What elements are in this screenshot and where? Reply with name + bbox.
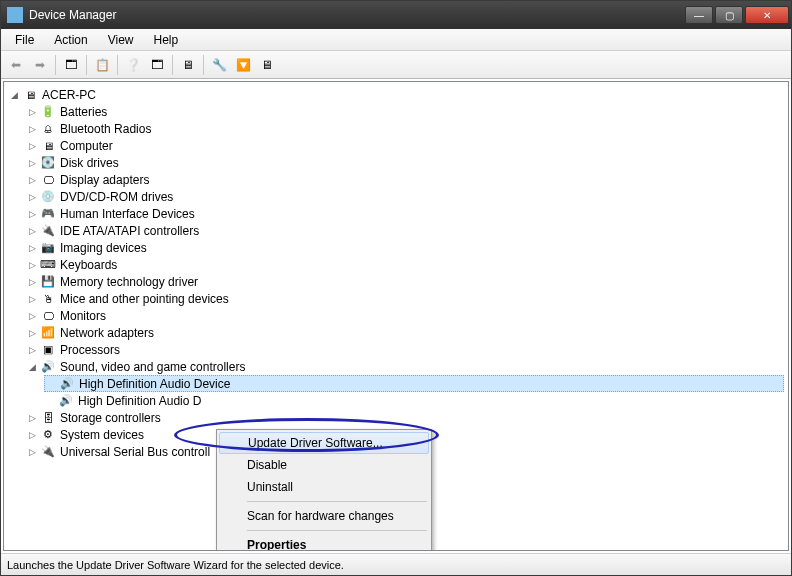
collapse-icon[interactable]: ◢ bbox=[26, 362, 38, 372]
device-icon: 🗄 bbox=[40, 410, 56, 426]
expand-icon[interactable]: ▷ bbox=[26, 243, 38, 253]
forward-button: ➡ bbox=[29, 54, 51, 76]
sound-icon: 🔊 bbox=[40, 359, 56, 375]
tree-item-label: Computer bbox=[60, 139, 113, 153]
device-icon: 🖵 bbox=[40, 172, 56, 188]
expand-icon[interactable]: ▷ bbox=[26, 311, 38, 321]
tree-category[interactable]: ▷ 🖥 Computer bbox=[26, 137, 784, 154]
ctx-scan-hardware[interactable]: Scan for hardware changes bbox=[219, 505, 429, 527]
tree-category[interactable]: ▷ 📶 Network adapters bbox=[26, 324, 784, 341]
properties-button[interactable]: 📋 bbox=[91, 54, 113, 76]
device-icon: 🔌 bbox=[40, 223, 56, 239]
device-icon: 💿 bbox=[40, 189, 56, 205]
expand-icon[interactable]: ▷ bbox=[26, 141, 38, 151]
menu-help[interactable]: Help bbox=[146, 31, 187, 49]
ctx-disable[interactable]: Disable bbox=[219, 454, 429, 476]
expand-icon[interactable]: ▷ bbox=[26, 413, 38, 423]
help-button[interactable]: ❔ bbox=[122, 54, 144, 76]
expand-icon[interactable]: ▷ bbox=[26, 192, 38, 202]
tree-root-label: ACER-PC bbox=[42, 88, 96, 102]
expand-icon[interactable]: ▷ bbox=[26, 124, 38, 134]
update-driver-button[interactable]: 🔧 bbox=[208, 54, 230, 76]
expand-icon[interactable]: ▷ bbox=[26, 158, 38, 168]
speaker-icon: 🔊 bbox=[59, 376, 75, 392]
device-icon: 🎮 bbox=[40, 206, 56, 222]
menu-action[interactable]: Action bbox=[46, 31, 95, 49]
ctx-properties[interactable]: Properties bbox=[219, 534, 429, 551]
expand-icon[interactable]: ▷ bbox=[26, 260, 38, 270]
device-icon: 🕭 bbox=[40, 121, 56, 137]
tree-device[interactable]: ▷ 🔊 High Definition Audio D bbox=[44, 392, 784, 409]
tree-item-label: Display adapters bbox=[60, 173, 149, 187]
tree-item-label: High Definition Audio Device bbox=[79, 377, 230, 391]
tree-item-label: Human Interface Devices bbox=[60, 207, 195, 221]
titlebar[interactable]: Device Manager — ▢ ✕ bbox=[1, 1, 791, 29]
device-icon: 🔋 bbox=[40, 104, 56, 120]
device-icon: 🖱 bbox=[40, 291, 56, 307]
minimize-button[interactable]: — bbox=[685, 6, 713, 24]
tree-category[interactable]: ▷ 🎮 Human Interface Devices bbox=[26, 205, 784, 222]
menu-view[interactable]: View bbox=[100, 31, 142, 49]
tree-device-selected[interactable]: ▷ 🔊 High Definition Audio Device bbox=[44, 375, 784, 392]
computer-icon: 🖥 bbox=[22, 87, 38, 103]
collapse-icon[interactable]: ◢ bbox=[8, 90, 20, 100]
tree-category[interactable]: ▷ 🔋 Batteries bbox=[26, 103, 784, 120]
app-icon bbox=[7, 7, 23, 23]
expand-icon[interactable]: ▷ bbox=[26, 328, 38, 338]
tree-item-label: System devices bbox=[60, 428, 144, 442]
disable-button[interactable]: 🔽 bbox=[232, 54, 254, 76]
device-icon: 📷 bbox=[40, 240, 56, 256]
maximize-button[interactable]: ▢ bbox=[715, 6, 743, 24]
tree-root[interactable]: ◢ 🖥 ACER-PC bbox=[8, 86, 784, 103]
close-button[interactable]: ✕ bbox=[745, 6, 789, 24]
tree-category[interactable]: ▷ 🖵 Monitors bbox=[26, 307, 784, 324]
status-bar: Launches the Update Driver Software Wiza… bbox=[1, 553, 791, 575]
tree-category[interactable]: ▷ 💽 Disk drives bbox=[26, 154, 784, 171]
expand-icon[interactable]: ▷ bbox=[26, 277, 38, 287]
expand-icon[interactable]: ▷ bbox=[26, 345, 38, 355]
device-icon: ⌨ bbox=[40, 257, 56, 273]
tree-panel[interactable]: ◢ 🖥 ACER-PC ▷ 🔋 Batteries ▷ 🕭 Bluetooth … bbox=[3, 81, 789, 551]
window-title: Device Manager bbox=[29, 8, 685, 22]
expand-icon[interactable]: ▷ bbox=[26, 294, 38, 304]
tree-item-label: Universal Serial Bus controll bbox=[60, 445, 210, 459]
tree-category[interactable]: ▷ 🖵 Display adapters bbox=[26, 171, 784, 188]
tree-item-label: IDE ATA/ATAPI controllers bbox=[60, 224, 199, 238]
scan-hardware-button[interactable]: 🖥 bbox=[177, 54, 199, 76]
tree-item-label: Network adapters bbox=[60, 326, 154, 340]
tree-category[interactable]: ▷ 🕭 Bluetooth Radios bbox=[26, 120, 784, 137]
tree-category[interactable]: ▷ 📷 Imaging devices bbox=[26, 239, 784, 256]
tree-category[interactable]: ▷ ⌨ Keyboards bbox=[26, 256, 784, 273]
expand-icon[interactable]: ▷ bbox=[26, 175, 38, 185]
expand-icon[interactable]: ▷ bbox=[26, 226, 38, 236]
device-icon: 💽 bbox=[40, 155, 56, 171]
tree-item-label: Storage controllers bbox=[60, 411, 161, 425]
menu-file[interactable]: File bbox=[7, 31, 42, 49]
speaker-icon: 🔊 bbox=[58, 393, 74, 409]
tree-category[interactable]: ▷ ▣ Processors bbox=[26, 341, 784, 358]
device-icon: ▣ bbox=[40, 342, 56, 358]
tree-item-label: Memory technology driver bbox=[60, 275, 198, 289]
device-icon: 🖥 bbox=[40, 138, 56, 154]
expand-icon[interactable]: ▷ bbox=[26, 209, 38, 219]
tree-category[interactable]: ▷ 🖱 Mice and other pointing devices bbox=[26, 290, 784, 307]
device-manager-window: Device Manager — ▢ ✕ File Action View He… bbox=[0, 0, 792, 576]
ctx-update-driver[interactable]: Update Driver Software... bbox=[219, 432, 429, 454]
tree-category[interactable]: ▷ 🗄 Storage controllers bbox=[26, 409, 784, 426]
tree-item-label: Imaging devices bbox=[60, 241, 147, 255]
expand-icon[interactable]: ▷ bbox=[26, 430, 38, 440]
show-hidden-button[interactable]: 🗔 bbox=[60, 54, 82, 76]
tree-category-sound[interactable]: ◢ 🔊 Sound, video and game controllers bbox=[26, 358, 784, 375]
toolbar: ⬅ ➡ 🗔 📋 ❔ 🗔 🖥 🔧 🔽 🖥 bbox=[1, 51, 791, 79]
menubar: File Action View Help bbox=[1, 29, 791, 51]
ctx-uninstall[interactable]: Uninstall bbox=[219, 476, 429, 498]
ctx-separator bbox=[247, 530, 427, 531]
expand-icon[interactable]: ▷ bbox=[26, 447, 38, 457]
tree-category[interactable]: ▷ 🔌 IDE ATA/ATAPI controllers bbox=[26, 222, 784, 239]
action-button[interactable]: 🗔 bbox=[146, 54, 168, 76]
tree-category[interactable]: ▷ 💿 DVD/CD-ROM drives bbox=[26, 188, 784, 205]
tree-category[interactable]: ▷ 💾 Memory technology driver bbox=[26, 273, 784, 290]
uninstall-button[interactable]: 🖥 bbox=[256, 54, 278, 76]
expand-icon[interactable]: ▷ bbox=[26, 107, 38, 117]
device-icon: 🔌 bbox=[40, 444, 56, 460]
